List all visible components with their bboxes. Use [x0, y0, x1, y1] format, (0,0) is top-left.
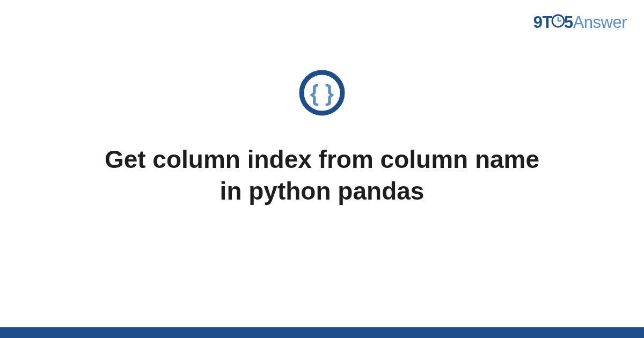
svg-text:{ }: { } [310, 80, 334, 106]
page-title: Get column index from column name in pyt… [91, 144, 553, 207]
site-logo: 9T 5Answer [533, 13, 627, 33]
main-content: { } Get column index from column name in… [0, 70, 644, 207]
logo-text-5: 5 [564, 13, 573, 32]
logo-text-9t: 9T [533, 13, 552, 32]
logo-text-answer: Answer [573, 13, 627, 32]
clock-icon [551, 13, 565, 32]
footer-bar [0, 327, 644, 338]
code-braces-icon: { } [299, 70, 345, 118]
